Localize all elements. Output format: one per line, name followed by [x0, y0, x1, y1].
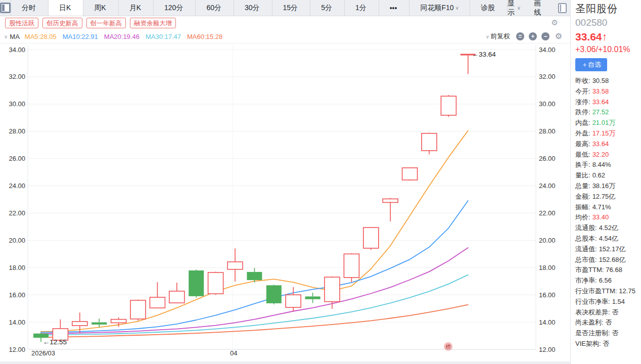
- field-label: 昨收:: [575, 77, 590, 84]
- period-tab[interactable]: 15分: [272, 0, 311, 16]
- field-label: VIE架构:: [575, 340, 601, 347]
- period-tab[interactable]: 同花顺F10 ∨: [409, 0, 470, 16]
- svg-text:14.00: 14.00: [539, 318, 556, 326]
- period-toolbar: 分时 日K 周K 月K: [0, 0, 570, 16]
- stock-tag[interactable]: 创历史新高: [42, 18, 82, 28]
- field-value: 30.58: [592, 77, 609, 84]
- stock-tag[interactable]: 创一年新高: [86, 18, 126, 28]
- quote-field-row: 金额:12.75亿: [575, 192, 638, 202]
- chevron-down-icon[interactable]: ∨: [4, 34, 8, 39]
- ma-legend-item: MA5:28.05: [25, 33, 57, 40]
- quote-field-row: 内盘:21.01万: [575, 118, 638, 128]
- field-value: 27.52: [592, 108, 609, 116]
- svg-text:24.00: 24.00: [9, 182, 25, 190]
- ranking-stamp: 榜: [444, 342, 452, 351]
- field-value: 17.15万: [592, 129, 616, 137]
- quote-field-row: 最高:33.64: [575, 139, 638, 150]
- field-value: 否: [612, 329, 619, 337]
- tags-settings-icon[interactable]: ⚙: [552, 19, 558, 26]
- field-value: 33.64: [592, 140, 609, 148]
- stock-tags: 股性活跃 创历史新高 创一年新高 融资余额大增: [5, 18, 176, 28]
- ma-legend-item: MA60:15.28: [187, 33, 222, 40]
- stock-tag[interactable]: 融资余额大增: [130, 18, 176, 28]
- field-label: 内盘:: [575, 119, 590, 126]
- period-tab[interactable]: 120分: [154, 0, 196, 16]
- period-tab[interactable]: 60分: [196, 0, 234, 16]
- chart-toolbar-icon[interactable]: ⚙: [554, 32, 563, 40]
- period-tab[interactable]: 30分: [234, 0, 272, 16]
- field-value: 76.68: [606, 266, 622, 274]
- field-label: 总股本:: [575, 235, 597, 242]
- period-tab[interactable]: 日K: [49, 0, 83, 16]
- toolbar-right-item[interactable]: 显示 ∨: [508, 0, 521, 17]
- svg-text:34.00: 34.00: [539, 46, 556, 54]
- ma-legend-item: MA30:17.47: [146, 33, 181, 40]
- svg-text:30.00: 30.00: [9, 100, 25, 108]
- ma30-line: [41, 275, 468, 335]
- field-label: 换手:: [575, 161, 590, 168]
- period-tab[interactable]: 分时: [11, 0, 49, 16]
- stock-tags-bar: 股性活跃 创历史新高 创一年新高 融资余额大增 ⚙: [0, 16, 570, 30]
- field-label: 市盈TTM:: [575, 266, 604, 274]
- quote-panel: 圣阳股份 002580 33.64↑ +3.06/+10.01% ＋自选 昨收:…: [570, 0, 641, 364]
- quote-field-row: 外盘:17.15万: [575, 128, 638, 139]
- price-annotation: ←33.64: [472, 51, 496, 58]
- field-label: 今开:: [575, 87, 590, 95]
- ma-indicator-label: MA: [10, 33, 20, 40]
- period-tab[interactable]: 5分: [310, 0, 345, 16]
- period-tabs: 分时 日K 周K 月K: [11, 0, 508, 16]
- field-label: 表决权差异:: [575, 308, 610, 316]
- ma5-line: [41, 130, 468, 332]
- ma10-line: [41, 201, 468, 332]
- field-label: 金额:: [575, 193, 590, 200]
- ma-legend-item: MA10:22.91: [63, 33, 98, 40]
- svg-text:24.00: 24.00: [539, 182, 556, 190]
- period-tab[interactable]: 周K: [83, 0, 118, 16]
- chart-toolbar-icon[interactable]: =: [516, 32, 524, 40]
- ma-indicator-bar: ∨ MA MA5:28.05 MA10:22.91 MA20:19.46 MA3…: [0, 30, 570, 43]
- toggle-left-panel-button[interactable]: [0, 0, 11, 16]
- chart-toolbar-icon[interactable]: +: [529, 32, 537, 40]
- field-label: 最高:: [575, 140, 590, 148]
- field-label: 外盘:: [575, 129, 590, 137]
- quote-field-row: 市净率:6.56: [575, 276, 638, 286]
- quote-field-row: 振幅:4.71%: [575, 202, 638, 213]
- x-axis-label: 2026/03: [31, 349, 55, 357]
- field-label: 是否注册制:: [575, 329, 610, 337]
- svg-text:18.00: 18.00: [9, 264, 25, 271]
- quote-field-row: 流通值:152.17亿: [575, 244, 638, 255]
- field-value: 否: [603, 340, 610, 347]
- toolbar-right-items: 显示 ∨ 画线: [508, 0, 545, 17]
- field-value: 否: [606, 318, 612, 326]
- field-value: 4.54亿: [599, 235, 618, 242]
- period-tab[interactable]: 1分: [345, 0, 379, 16]
- candlestick-series: [33, 54, 476, 342]
- kline-chart[interactable]: 34.0034.0032.0032.0030.0030.0028.0028.00…: [0, 43, 570, 364]
- quote-field-row: 表决权差异:否: [575, 307, 638, 318]
- period-tab[interactable]: 月K: [119, 0, 154, 16]
- toggle-right-panel-icon[interactable]: [558, 3, 567, 13]
- quote-fields: 昨收:30.58 今开:33.58 涨停:33.64 跌停:27.52 内盘:2…: [575, 76, 638, 349]
- field-label: 流通股:: [575, 224, 597, 232]
- field-label: 跌停:: [575, 108, 590, 116]
- period-tab[interactable]: •••: [379, 0, 410, 16]
- quote-field-row: 量比:0.62: [575, 170, 638, 181]
- adjust-mode-dropdown[interactable]: ∨ 前复权: [486, 32, 510, 41]
- field-label: 行业市盈TTM:: [575, 287, 617, 295]
- toolbar-right-item[interactable]: 画线: [534, 0, 544, 17]
- svg-text:16.00: 16.00: [539, 291, 556, 299]
- ma-legend-item: MA20:19.46: [104, 33, 140, 40]
- quote-field-row: 尚未盈利:否: [575, 317, 638, 328]
- field-label: 量比:: [575, 171, 590, 179]
- svg-text:18.00: 18.00: [539, 264, 556, 271]
- stock-tag[interactable]: 股性活跃: [5, 18, 38, 28]
- chart-toolbar-icon[interactable]: −: [541, 32, 550, 40]
- add-watchlist-button[interactable]: ＋自选: [575, 58, 607, 71]
- quote-field-row: 市盈TTM:76.68: [575, 265, 638, 276]
- chevron-down-icon: ∨: [455, 5, 459, 11]
- field-value: 152.68亿: [599, 256, 626, 263]
- period-tab[interactable]: 诊股: [470, 0, 508, 16]
- field-value: 8.44%: [592, 161, 611, 168]
- chart-region: 分时 日K 周K 月K: [0, 0, 570, 364]
- quote-field-row: 流通股:4.52亿: [575, 223, 638, 234]
